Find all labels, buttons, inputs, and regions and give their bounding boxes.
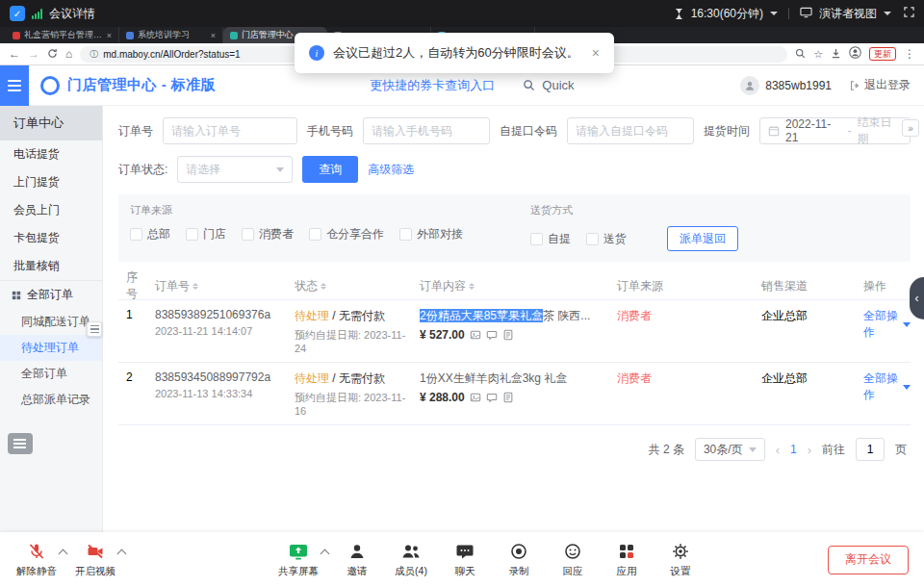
image-icon[interactable] [470,329,481,341]
apps-grid-icon [617,541,636,562]
search-button[interactable]: 查询 [302,156,358,183]
checkbox-self-pickup[interactable]: 自提 [530,231,571,247]
checkbox-icon[interactable] [130,228,142,241]
share-screen-button[interactable]: 共享屏幕 [271,541,325,578]
bookmark-star-icon[interactable]: ☆ [813,49,823,60]
site-info-icon[interactable]: ⓘ [90,48,98,61]
prev-page-button[interactable]: ‹ [776,443,780,457]
sidebar-item-hq-dispatch-log[interactable]: 总部派单记录 [0,387,102,413]
col-order-no[interactable]: 订单号 [147,278,287,294]
network-signal-icon[interactable] [32,9,42,19]
side-panel-collapse-handle[interactable]: ‹ [910,277,924,319]
end-date-placeholder[interactable]: 结束日期 [858,115,902,147]
next-page-button[interactable]: › [808,443,811,457]
all-actions-dropdown[interactable]: 全部操作 [840,370,911,403]
settings-button[interactable]: 设置 [654,541,707,578]
sidebar-group-all-orders[interactable]: 全部订单 [0,280,102,309]
security-shield-icon[interactable]: ✓ [10,6,25,21]
advanced-filter-link[interactable]: 高级筛选 [368,162,414,178]
reactions-button[interactable]: 回应 [546,541,600,578]
checkbox-hq[interactable]: 总部 [130,226,170,242]
all-actions-dropdown[interactable]: 全部操作 [840,308,911,341]
view-mode-dropdown-icon[interactable] [884,12,891,15]
home-icon[interactable]: ⌂ [65,48,72,60]
meeting-details-label[interactable]: 会议详情 [49,6,95,22]
start-video-button[interactable]: 开启视频 [68,541,122,578]
checkbox-external[interactable]: 外部对接 [399,226,463,242]
order-status-select[interactable]: 请选择 [177,156,293,183]
sidebar-item-card-pickup[interactable]: 卡包提货 [0,224,102,252]
checkbox-delivery[interactable]: 送货 [586,231,627,247]
goto-page-input[interactable] [856,438,885,461]
sidebar-section-orders[interactable]: 订单中心 [0,106,102,140]
page-size-select[interactable]: 30条/页 [695,438,765,461]
unmute-button[interactable]: 解除静音 [10,541,64,578]
toast-close-icon[interactable]: × [592,45,600,61]
order-no-input[interactable] [163,117,297,144]
phone-input[interactable] [363,117,490,144]
view-mode-label[interactable]: 演讲者视图 [819,6,877,22]
dispatch-return-button[interactable]: 派单退回 [667,226,738,251]
order-time: 2023-11-13 14:33:34 [155,388,287,399]
col-status[interactable]: 状态 [287,278,412,294]
pickup-code-input[interactable] [567,117,694,144]
start-date-value[interactable]: 2022-11-21 [785,117,842,144]
user-avatar[interactable] [740,76,759,95]
tab-close-icon[interactable]: × [107,31,112,40]
pickup-date: 预约自提日期: 2023-11-24 [295,328,412,354]
refresh-icon[interactable] [47,45,58,63]
col-content[interactable]: 订单内容 [412,278,609,294]
browser-update-button[interactable]: 更新 [869,47,896,62]
table-header-row: 序号 订单号 状态 订单内容 订单来源 销售渠道 操作 [118,269,911,300]
checkbox-icon[interactable] [309,228,321,241]
date-range-picker[interactable]: 2022-11-21 - 结束日期 [759,117,911,144]
sidebar-item-batch-verify[interactable]: 批量核销 [0,252,102,280]
message-icon[interactable] [486,392,498,403]
sidebar-item-door-pickup[interactable]: 上门提货 [0,168,102,196]
note-icon[interactable] [502,392,514,403]
sidebar-drag-handle[interactable] [87,321,102,337]
members-button[interactable]: 成员(4) [384,541,438,578]
timer-dropdown-icon[interactable] [770,12,778,15]
checkbox-consumer[interactable]: 消费者 [242,226,294,242]
checkbox-icon[interactable] [242,228,254,241]
checkbox-icon[interactable] [186,228,198,241]
browser-tab[interactable]: 礼盒营销平台管理中心 × [6,27,119,43]
sidebar-item-phone-pickup[interactable]: 电话提货 [0,140,102,168]
hamburger-menu-button[interactable] [0,65,29,106]
fullscreen-icon[interactable] [904,7,914,20]
profile-icon[interactable] [849,45,861,63]
chat-button[interactable]: 聊天 [438,541,492,578]
apps-button[interactable]: 应用 [600,541,654,578]
list-widget-button[interactable] [8,433,33,454]
checkbox-warehouse-coop[interactable]: 仓分享合作 [309,226,384,242]
search-icon[interactable] [795,45,806,63]
tab-close-icon[interactable]: × [211,31,216,40]
collapse-panel-button[interactable]: » [902,119,919,137]
download-icon[interactable] [831,45,841,63]
forward-icon[interactable]: → [28,48,39,60]
record-button[interactable]: 录制 [492,541,546,578]
image-icon[interactable] [470,392,481,403]
logout-button[interactable]: 退出登录 [849,77,911,93]
order-price: ¥ 527.00 [420,328,465,342]
camera-off-icon [86,541,105,562]
sidebar-item-pending-orders[interactable]: 待处理订单 [0,335,102,361]
checkbox-icon[interactable] [530,233,543,245]
leave-meeting-button[interactable]: 离开会议 [828,546,909,574]
checkbox-icon[interactable] [399,228,412,241]
note-icon[interactable] [502,329,514,341]
sidebar-item-member-visit[interactable]: 会员上门 [0,196,102,224]
checkbox-icon[interactable] [586,233,599,245]
sidebar-item-all-orders[interactable]: 全部订单 [0,361,102,387]
browser-tab[interactable]: 系统培训学习 × [119,27,223,43]
message-icon[interactable] [486,329,498,341]
kebab-menu-icon[interactable]: ⋮ [904,48,915,60]
current-page[interactable]: 1 [790,443,797,456]
quick-search-icon[interactable] [523,79,535,91]
coupon-query-link[interactable]: 更快捷的券卡查询入口 [370,77,495,94]
invite-button[interactable]: 邀请 [330,541,384,578]
quick-link[interactable]: Quick [542,78,574,92]
checkbox-store[interactable]: 门店 [186,226,226,242]
back-icon[interactable]: ← [9,48,20,60]
